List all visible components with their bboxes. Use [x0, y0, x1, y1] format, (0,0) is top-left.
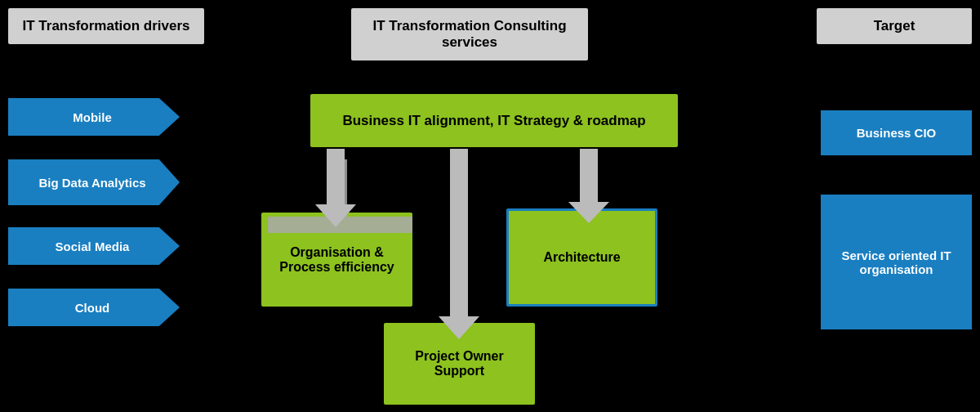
box-project-label: Project Owner Support — [392, 349, 527, 378]
box-strategy-label: Business IT alignment, IT Strategy & roa… — [342, 113, 645, 129]
driver-mobile: Mobile — [8, 98, 180, 136]
header-target-label: Target — [874, 18, 915, 34]
target-cio-label: Business CIO — [857, 126, 937, 140]
box-arch: Architecture — [506, 208, 657, 307]
diagram: IT Transformation drivers IT Transformat… — [0, 0, 980, 412]
box-strategy: Business IT alignment, IT Strategy & roa… — [310, 94, 678, 147]
driver-cloud-label: Cloud — [75, 301, 110, 315]
target-service: Service oriented IT organisation — [821, 195, 972, 329]
header-drivers: IT Transformation drivers — [8, 8, 204, 44]
target-service-label: Service oriented IT organisation — [829, 249, 964, 276]
box-project: Project Owner Support — [384, 323, 535, 405]
box-org: Organisation & Process efficiency — [261, 213, 412, 307]
header-drivers-label: IT Transformation drivers — [23, 18, 190, 34]
box-arch-label: Architecture — [543, 250, 620, 265]
driver-bigdata: Big Data Analytics — [8, 159, 180, 205]
arrow-left-shaft — [327, 149, 345, 204]
driver-mobile-label: Mobile — [73, 110, 112, 124]
driver-cloud: Cloud — [8, 289, 180, 326]
header-consulting: IT Transformation Consulting services — [351, 8, 588, 60]
arrow-right-shaft — [580, 149, 598, 202]
driver-social-label: Social Media — [56, 240, 130, 253]
driver-bigdata-label: Big Data Analytics — [38, 176, 145, 190]
header-target: Target — [817, 8, 972, 44]
target-cio: Business CIO — [821, 110, 972, 155]
box-org-label: Organisation & Process efficiency — [270, 245, 404, 275]
arrow-center-shaft — [450, 149, 468, 316]
driver-social: Social Media — [8, 227, 180, 265]
header-consulting-label: IT Transformation Consulting services — [372, 18, 566, 50]
